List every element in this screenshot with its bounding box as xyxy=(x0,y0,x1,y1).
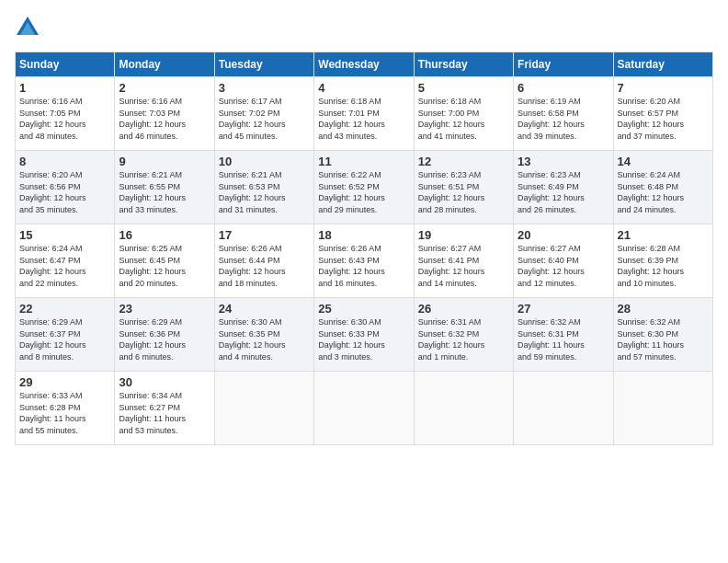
empty-day-cell xyxy=(314,372,414,445)
day-cell: 20Sunrise: 6:27 AM Sunset: 6:40 PM Dayli… xyxy=(514,224,613,298)
day-number: 25 xyxy=(318,302,409,316)
day-number: 20 xyxy=(518,228,609,242)
day-number: 8 xyxy=(19,155,110,168)
day-cell: 16Sunrise: 6:25 AM Sunset: 6:45 PM Dayli… xyxy=(115,224,214,298)
day-cell: 18Sunrise: 6:26 AM Sunset: 6:43 PM Dayli… xyxy=(314,224,414,298)
day-number: 5 xyxy=(418,81,509,95)
day-info: Sunrise: 6:32 AM Sunset: 6:31 PM Dayligh… xyxy=(518,316,609,362)
day-cell: 14Sunrise: 6:24 AM Sunset: 6:48 PM Dayli… xyxy=(613,151,712,224)
day-cell: 30Sunrise: 6:34 AM Sunset: 6:27 PM Dayli… xyxy=(115,372,214,445)
day-number: 24 xyxy=(219,302,310,316)
day-number: 22 xyxy=(19,302,110,316)
day-cell: 17Sunrise: 6:26 AM Sunset: 6:44 PM Dayli… xyxy=(214,224,313,298)
day-of-week-header: Saturday xyxy=(613,52,712,77)
day-cell: 6Sunrise: 6:19 AM Sunset: 6:58 PM Daylig… xyxy=(514,77,613,151)
day-number: 14 xyxy=(618,155,709,168)
page-container: SundayMondayTuesdayWednesdayThursdayFrid… xyxy=(0,0,728,453)
day-info: Sunrise: 6:24 AM Sunset: 6:47 PM Dayligh… xyxy=(19,243,110,289)
day-cell: 19Sunrise: 6:27 AM Sunset: 6:41 PM Dayli… xyxy=(414,224,513,298)
day-number: 13 xyxy=(518,155,609,168)
day-info: Sunrise: 6:27 AM Sunset: 6:40 PM Dayligh… xyxy=(518,243,609,289)
calendar-table: SundayMondayTuesdayWednesdayThursdayFrid… xyxy=(15,52,713,445)
day-of-week-header: Monday xyxy=(115,52,214,77)
day-cell: 13Sunrise: 6:23 AM Sunset: 6:49 PM Dayli… xyxy=(514,151,613,224)
day-cell: 27Sunrise: 6:32 AM Sunset: 6:31 PM Dayli… xyxy=(514,298,613,372)
day-info: Sunrise: 6:30 AM Sunset: 6:33 PM Dayligh… xyxy=(318,316,409,362)
day-info: Sunrise: 6:20 AM Sunset: 6:57 PM Dayligh… xyxy=(618,96,709,142)
day-info: Sunrise: 6:34 AM Sunset: 6:27 PM Dayligh… xyxy=(119,390,210,436)
day-number: 4 xyxy=(318,81,409,95)
empty-day-cell xyxy=(613,372,712,445)
day-number: 21 xyxy=(618,228,709,242)
day-of-week-header: Thursday xyxy=(414,52,513,77)
day-info: Sunrise: 6:22 AM Sunset: 6:52 PM Dayligh… xyxy=(318,169,409,215)
day-info: Sunrise: 6:28 AM Sunset: 6:39 PM Dayligh… xyxy=(618,243,709,289)
day-number: 19 xyxy=(418,228,509,242)
day-number: 11 xyxy=(318,155,409,168)
day-number: 10 xyxy=(219,155,310,168)
day-number: 27 xyxy=(518,302,609,316)
calendar-week-row: 1Sunrise: 6:16 AM Sunset: 7:05 PM Daylig… xyxy=(16,77,713,151)
day-info: Sunrise: 6:30 AM Sunset: 6:35 PM Dayligh… xyxy=(219,316,310,362)
day-info: Sunrise: 6:32 AM Sunset: 6:30 PM Dayligh… xyxy=(618,316,709,362)
day-cell: 23Sunrise: 6:29 AM Sunset: 6:36 PM Dayli… xyxy=(115,298,214,372)
day-info: Sunrise: 6:20 AM Sunset: 6:56 PM Dayligh… xyxy=(19,169,110,215)
day-number: 3 xyxy=(219,81,310,95)
day-info: Sunrise: 6:26 AM Sunset: 6:43 PM Dayligh… xyxy=(318,243,409,289)
day-info: Sunrise: 6:21 AM Sunset: 6:53 PM Dayligh… xyxy=(219,169,310,215)
day-of-week-header: Tuesday xyxy=(214,52,313,77)
day-number: 2 xyxy=(119,81,210,95)
calendar-week-row: 22Sunrise: 6:29 AM Sunset: 6:37 PM Dayli… xyxy=(16,298,713,372)
day-number: 28 xyxy=(618,302,709,316)
calendar-week-row: 15Sunrise: 6:24 AM Sunset: 6:47 PM Dayli… xyxy=(16,224,713,298)
day-cell: 1Sunrise: 6:16 AM Sunset: 7:05 PM Daylig… xyxy=(16,77,115,151)
day-info: Sunrise: 6:18 AM Sunset: 7:01 PM Dayligh… xyxy=(318,96,409,142)
day-number: 12 xyxy=(418,155,509,168)
day-info: Sunrise: 6:23 AM Sunset: 6:51 PM Dayligh… xyxy=(418,169,509,215)
day-number: 29 xyxy=(19,375,110,389)
day-info: Sunrise: 6:16 AM Sunset: 7:03 PM Dayligh… xyxy=(119,96,210,142)
day-cell: 9Sunrise: 6:21 AM Sunset: 6:55 PM Daylig… xyxy=(115,151,214,224)
day-number: 18 xyxy=(318,228,409,242)
day-number: 7 xyxy=(618,81,709,95)
calendar-body: 1Sunrise: 6:16 AM Sunset: 7:05 PM Daylig… xyxy=(16,77,713,445)
day-info: Sunrise: 6:21 AM Sunset: 6:55 PM Dayligh… xyxy=(119,169,210,215)
day-number: 1 xyxy=(19,81,110,95)
day-number: 17 xyxy=(219,228,310,242)
calendar-header-row: SundayMondayTuesdayWednesdayThursdayFrid… xyxy=(16,52,713,77)
day-number: 16 xyxy=(119,228,210,242)
day-cell: 5Sunrise: 6:18 AM Sunset: 7:00 PM Daylig… xyxy=(414,77,513,151)
header xyxy=(15,15,713,40)
day-cell: 29Sunrise: 6:33 AM Sunset: 6:28 PM Dayli… xyxy=(16,372,115,445)
day-info: Sunrise: 6:26 AM Sunset: 6:44 PM Dayligh… xyxy=(219,243,310,289)
day-cell: 11Sunrise: 6:22 AM Sunset: 6:52 PM Dayli… xyxy=(314,151,414,224)
empty-day-cell xyxy=(214,372,313,445)
calendar-week-row: 8Sunrise: 6:20 AM Sunset: 6:56 PM Daylig… xyxy=(16,151,713,224)
day-cell: 2Sunrise: 6:16 AM Sunset: 7:03 PM Daylig… xyxy=(115,77,214,151)
day-number: 6 xyxy=(518,81,609,95)
day-info: Sunrise: 6:23 AM Sunset: 6:49 PM Dayligh… xyxy=(518,169,609,215)
day-info: Sunrise: 6:33 AM Sunset: 6:28 PM Dayligh… xyxy=(19,390,110,436)
day-info: Sunrise: 6:16 AM Sunset: 7:05 PM Dayligh… xyxy=(19,96,110,142)
day-cell: 15Sunrise: 6:24 AM Sunset: 6:47 PM Dayli… xyxy=(16,224,115,298)
day-info: Sunrise: 6:29 AM Sunset: 6:37 PM Dayligh… xyxy=(19,316,110,362)
day-info: Sunrise: 6:24 AM Sunset: 6:48 PM Dayligh… xyxy=(618,169,709,215)
day-cell: 22Sunrise: 6:29 AM Sunset: 6:37 PM Dayli… xyxy=(16,298,115,372)
day-info: Sunrise: 6:17 AM Sunset: 7:02 PM Dayligh… xyxy=(219,96,310,142)
day-number: 23 xyxy=(119,302,210,316)
day-of-week-header: Sunday xyxy=(16,52,115,77)
day-cell: 26Sunrise: 6:31 AM Sunset: 6:32 PM Dayli… xyxy=(414,298,513,372)
day-cell: 10Sunrise: 6:21 AM Sunset: 6:53 PM Dayli… xyxy=(214,151,313,224)
day-number: 26 xyxy=(418,302,509,316)
day-cell: 3Sunrise: 6:17 AM Sunset: 7:02 PM Daylig… xyxy=(214,77,313,151)
day-number: 15 xyxy=(19,228,110,242)
logo xyxy=(15,15,44,40)
day-of-week-header: Friday xyxy=(514,52,613,77)
day-of-week-header: Wednesday xyxy=(314,52,414,77)
day-cell: 24Sunrise: 6:30 AM Sunset: 6:35 PM Dayli… xyxy=(214,298,313,372)
day-info: Sunrise: 6:19 AM Sunset: 6:58 PM Dayligh… xyxy=(518,96,609,142)
day-info: Sunrise: 6:27 AM Sunset: 6:41 PM Dayligh… xyxy=(418,243,509,289)
day-info: Sunrise: 6:31 AM Sunset: 6:32 PM Dayligh… xyxy=(418,316,509,362)
day-info: Sunrise: 6:29 AM Sunset: 6:36 PM Dayligh… xyxy=(119,316,210,362)
logo-icon xyxy=(15,15,40,40)
